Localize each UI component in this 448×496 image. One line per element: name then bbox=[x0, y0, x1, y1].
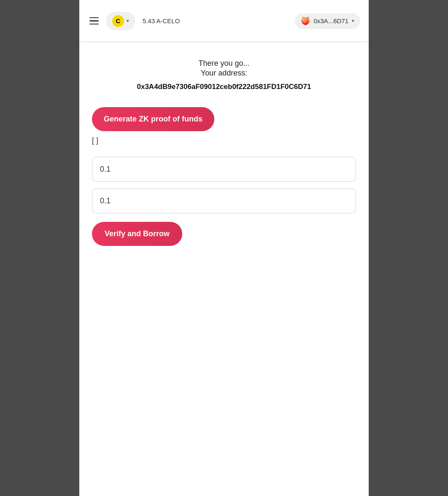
network-chevron-icon: ▾ bbox=[127, 18, 129, 24]
full-address-display: 0x3A4dB9e7306aF09012ceb0f222d581FD1F0C6D… bbox=[92, 82, 356, 92]
borrow-amount-input[interactable] bbox=[92, 157, 356, 182]
network-selector[interactable]: C ▾ bbox=[106, 12, 135, 30]
balance-display: 5.43 A-CELO bbox=[143, 17, 180, 24]
wallet-emoji-icon: 🍑 bbox=[301, 16, 310, 26]
wallet-chevron-icon: ▾ bbox=[352, 18, 354, 24]
wallet-selector[interactable]: 🍑 0x3A...6D71 ▾ bbox=[295, 13, 360, 29]
address-label: Your address: bbox=[92, 69, 356, 78]
navbar: C ▾ 5.43 A-CELO 🍑 0x3A...6D71 ▾ bbox=[79, 0, 369, 42]
network-logo: C bbox=[112, 15, 124, 27]
main-content: There you go... Your address: 0x3A4dB9e7… bbox=[79, 42, 369, 496]
greeting-text: There you go... bbox=[92, 59, 356, 68]
network-logo-letter: C bbox=[116, 17, 121, 24]
collateral-amount-input[interactable] bbox=[92, 189, 356, 213]
app-container: C ▾ 5.43 A-CELO 🍑 0x3A...6D71 ▾ There yo… bbox=[79, 0, 369, 496]
generate-zk-proof-button[interactable]: Generate ZK proof of funds bbox=[92, 107, 214, 131]
proof-result-display: [ ] bbox=[92, 136, 356, 145]
wallet-address-label: 0x3A...6D71 bbox=[313, 17, 348, 24]
verify-and-borrow-button[interactable]: Verify and Borrow bbox=[92, 222, 182, 246]
hamburger-menu[interactable] bbox=[88, 16, 100, 27]
